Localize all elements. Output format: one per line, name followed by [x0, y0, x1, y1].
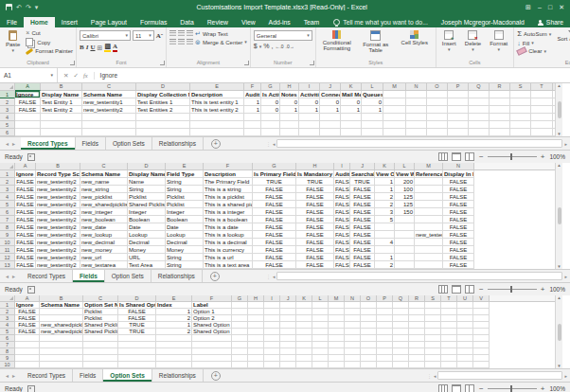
cell-F4[interactable]: Shared Option 1: [192, 322, 232, 329]
cell-P5[interactable]: [377, 329, 393, 335]
cell-S5[interactable]: [425, 329, 441, 335]
font-size-combobox[interactable]: 11▾: [133, 30, 154, 41]
column-header-N[interactable]: N: [443, 163, 474, 170]
cell-I13[interactable]: FALSE: [334, 261, 350, 269]
format-painter-button[interactable]: Format Painter: [26, 48, 73, 54]
cell-K9[interactable]: [296, 355, 312, 362]
dialog-launcher-icon[interactable]: [70, 61, 75, 65]
cell-H7[interactable]: FALSE: [296, 216, 334, 223]
cell-M3[interactable]: [383, 106, 406, 114]
cell-K3[interactable]: 1: [375, 186, 395, 193]
italic-icon[interactable]: I: [86, 44, 89, 51]
cell-J1[interactable]: Searchable: [350, 170, 375, 178]
cell-H3[interactable]: [248, 315, 264, 322]
cell-B5[interactable]: new_testentity2: [36, 201, 80, 208]
cell-B4[interactable]: new_testentity2: [36, 193, 80, 201]
cell-C4[interactable]: [82, 114, 136, 121]
cell-N3[interactable]: [345, 315, 361, 322]
cell-H5[interactable]: [248, 329, 264, 335]
cell-D1[interactable]: Display Collection Name: [136, 91, 190, 98]
cell-A5[interactable]: FALSE: [15, 201, 36, 208]
cell-P3[interactable]: [377, 315, 393, 322]
cell-L7[interactable]: [395, 216, 415, 223]
cell-C10[interactable]: [83, 362, 118, 368]
column-header-J[interactable]: J: [320, 83, 341, 91]
cell-C1[interactable]: Schema Name: [80, 170, 128, 178]
cell-A6[interactable]: FALSE: [15, 208, 36, 216]
cell-S4[interactable]: [425, 322, 441, 329]
row-header-6[interactable]: 6: [0, 129, 15, 136]
cell-G1[interactable]: Is Primary Field: [253, 170, 296, 178]
zoom-out-icon[interactable]: −: [479, 286, 484, 294]
column-header-H[interactable]: H: [296, 163, 334, 170]
insert-cells-button[interactable]: Insert ▾: [439, 29, 459, 53]
row-header-10[interactable]: 10: [0, 362, 15, 368]
cell-L1[interactable]: View Width: [395, 170, 415, 178]
increase-font-icon[interactable]: Aˆ: [156, 32, 163, 40]
column-header-A[interactable]: A: [15, 83, 41, 91]
cell-E9[interactable]: Lookup: [166, 231, 204, 239]
cell-S7[interactable]: [425, 342, 441, 348]
cell-C8[interactable]: [83, 348, 118, 355]
cell-K6[interactable]: [341, 129, 362, 136]
cell-V9[interactable]: [473, 355, 490, 362]
cell-C4[interactable]: new_picklist: [80, 193, 128, 201]
cell-K2[interactable]: [296, 309, 312, 315]
zoom-level[interactable]: 100%: [549, 385, 565, 392]
autosum-button[interactable]: ΣAutoSum▾: [517, 30, 551, 38]
column-header-C[interactable]: C: [83, 295, 118, 302]
ribbon-tab-team[interactable]: Team: [297, 17, 327, 27]
cell-H2[interactable]: TRUE: [296, 178, 334, 186]
cell-I2[interactable]: FALSE: [334, 178, 350, 186]
cell-I8[interactable]: [264, 348, 280, 355]
cell-G4[interactable]: [261, 114, 280, 121]
cell-M9[interactable]: [329, 355, 345, 362]
cell-J8[interactable]: FALSE: [350, 223, 375, 231]
sheet-tab-fields[interactable]: Fields: [73, 369, 103, 382]
column-header-I[interactable]: I: [299, 83, 320, 91]
column-header-R[interactable]: R: [490, 83, 510, 91]
cell-D10[interactable]: Decimal: [128, 239, 166, 246]
cell-N9[interactable]: [345, 355, 361, 362]
cell-B2[interactable]: [40, 309, 83, 315]
select-all-corner[interactable]: [0, 163, 15, 170]
scroll-down-icon[interactable]: ▼: [557, 364, 561, 368]
cell-U2[interactable]: [457, 309, 473, 315]
cell-J3[interactable]: FALSE: [350, 186, 375, 193]
cell-T3[interactable]: [441, 315, 457, 322]
cell-C2[interactable]: new_testentity1: [82, 98, 136, 106]
normal-view-icon[interactable]: [438, 384, 448, 392]
cell-S10[interactable]: [425, 362, 441, 368]
cell-R7[interactable]: [409, 342, 425, 348]
cell-L4[interactable]: [312, 322, 329, 329]
cell-S4[interactable]: [510, 114, 531, 121]
cell-G5[interactable]: [232, 329, 248, 335]
cell-O4[interactable]: [361, 322, 377, 329]
cell-M6[interactable]: [383, 129, 406, 136]
row-header-5[interactable]: 5: [0, 201, 15, 208]
cell-D9[interactable]: Lookup: [128, 231, 166, 239]
cell-R6[interactable]: [490, 129, 510, 136]
cell-F2[interactable]: The Primary Field: [204, 178, 253, 186]
column-header-T[interactable]: T: [531, 83, 553, 91]
share-button[interactable]: Share: [530, 17, 570, 27]
cell-J4[interactable]: [320, 114, 341, 121]
cell-A4[interactable]: FALSE: [15, 322, 40, 329]
cell-A7[interactable]: FALSE: [15, 216, 36, 223]
cell-B3[interactable]: new_testentity2: [36, 186, 80, 193]
cell-J7[interactable]: [280, 342, 296, 348]
cell-V5[interactable]: [473, 329, 490, 335]
cell-N10[interactable]: FALSE: [443, 239, 474, 246]
cell-A12[interactable]: FALSE: [15, 254, 36, 261]
align-center-icon[interactable]: [178, 39, 185, 45]
cell-B10[interactable]: [40, 362, 83, 368]
cell-N9[interactable]: FALSE: [443, 231, 474, 239]
column-header-N[interactable]: N: [406, 83, 427, 91]
cell-F6[interactable]: This is a integer: [204, 208, 253, 216]
cell-A2[interactable]: FALSE: [15, 309, 40, 315]
cell-R6[interactable]: [409, 335, 425, 342]
cell-D3[interactable]: Test Entities 2: [136, 106, 190, 114]
scroll-left-icon[interactable]: ◂: [434, 373, 436, 379]
row-header-4[interactable]: 4: [0, 322, 15, 329]
cell-N6[interactable]: FALSE: [443, 208, 474, 216]
